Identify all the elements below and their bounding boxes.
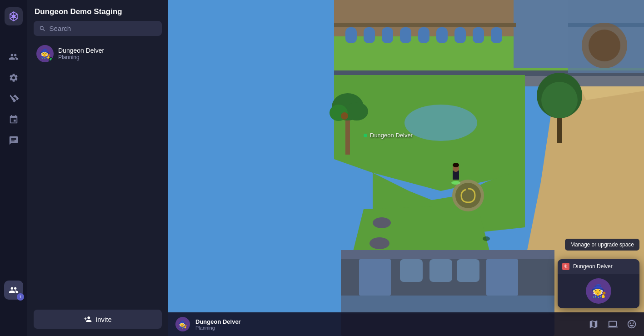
svg-point-36 [455,183,481,208]
mic-muted-icon [562,263,569,270]
svg-point-41 [341,112,348,120]
online-indicator [49,57,53,62]
hud-user-status: Planning [195,325,583,331]
video-avatar-area: 🧙 [558,274,639,308]
space-status: Planning [58,54,104,60]
svg-rect-53 [400,259,423,282]
video-avatar: 🧙 [586,278,611,304]
svg-point-46 [369,237,389,249]
svg-line-3 [15,14,18,16]
sidebar-item-tools[interactable] [4,89,23,108]
add-person-icon [84,315,92,323]
hud-avatar: 🧙 [175,317,190,331]
player-tooltip: Dungeon Delver [364,132,413,139]
svg-rect-23 [473,27,484,43]
svg-line-6 [10,17,13,19]
svg-point-62 [451,181,460,185]
svg-rect-22 [454,27,466,43]
svg-rect-55 [457,259,479,282]
player-name: Dungeon Delver [370,132,413,139]
screen-icon [608,319,618,329]
svg-point-1 [12,15,15,18]
sidebar-item-chat[interactable] [4,131,23,150]
search-bar[interactable] [34,21,162,36]
svg-point-58 [483,236,490,241]
sidebar-item-calendar[interactable] [4,110,23,129]
svg-point-39 [345,102,368,120]
game-area[interactable]: Dungeon Delver Manage or upgrade space D… [168,0,644,336]
manage-tooltip-text: Manage or upgrade space [570,241,634,248]
space-avatar: 🧙 [36,45,54,62]
svg-line-7 [10,14,13,16]
hud-actions [589,319,637,329]
hud-bar: 🧙 Dungeon Delver Planning [168,312,644,336]
space-info: Dungeon Delver Planning [58,47,104,60]
svg-rect-24 [491,27,502,43]
svg-rect-15 [334,23,516,27]
svg-rect-16 [345,27,357,43]
app-logo[interactable] [5,7,23,25]
svg-point-30 [589,30,620,61]
sidebar-item-settings[interactable] [4,68,23,87]
svg-rect-17 [364,27,375,43]
svg-rect-57 [341,296,554,314]
sidebar-item-people[interactable] [4,47,23,66]
emoji-icon [627,319,637,329]
hud-user-info: Dungeon Delver Planning [195,318,583,331]
members-badge: 1 [17,293,24,301]
invite-button[interactable]: Invite [34,310,162,329]
sidebar-item-members[interactable]: 1 [4,281,23,300]
hud-screen-button[interactable] [608,319,618,329]
player-online-dot [364,134,367,137]
svg-point-33 [404,105,477,141]
svg-rect-19 [400,27,411,43]
search-input[interactable] [50,25,156,32]
hud-emoji-button[interactable] [627,319,637,329]
invite-label: Invite [95,316,112,323]
manage-space-tooltip: Manage or upgrade space [565,239,639,251]
svg-rect-20 [418,27,429,43]
video-panel-header: Dungeon Delver [558,259,639,274]
hud-map-button[interactable] [589,319,599,329]
svg-rect-51 [341,250,554,259]
space-name: Dungeon Delver [58,47,104,54]
svg-point-44 [541,82,578,118]
svg-rect-21 [436,27,448,43]
svg-point-61 [453,163,459,167]
svg-rect-56 [486,259,518,296]
map-icon [589,319,599,329]
svg-rect-54 [429,259,452,282]
svg-rect-18 [382,27,393,43]
svg-point-45 [373,217,391,228]
search-icon [39,25,46,32]
hud-user-name: Dungeon Delver [195,318,583,325]
svg-rect-52 [359,259,391,296]
sidebar-header: Dungeon Demo Staging [27,0,168,21]
app-title: Dungeon Demo Staging [35,7,122,16]
space-item-dungeon-delver[interactable]: 🧙 Dungeon Delver Planning [30,41,165,66]
video-user-name: Dungeon Delver [573,263,613,270]
svg-line-4 [15,17,18,19]
video-call-panel: Dungeon Delver 🧙 [558,259,639,308]
